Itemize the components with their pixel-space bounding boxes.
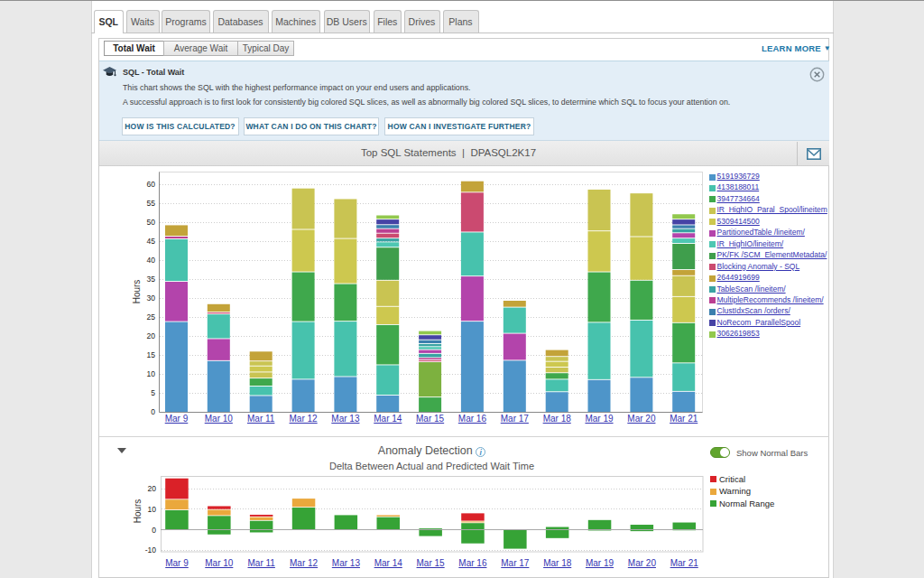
svg-text:35: 35	[147, 275, 156, 284]
svg-text:Mar 21: Mar 21	[670, 558, 699, 568]
svg-text:Mar 20: Mar 20	[627, 414, 656, 424]
svg-text:Mar 17: Mar 17	[501, 558, 530, 568]
svg-text:-10: -10	[145, 545, 157, 555]
svg-text:55: 55	[147, 199, 156, 208]
svg-text:Mar 15: Mar 15	[417, 558, 446, 568]
svg-text:5: 5	[151, 388, 155, 397]
svg-text:10: 10	[148, 505, 157, 514]
svg-text:Mar 16: Mar 16	[458, 414, 487, 424]
svg-text:50: 50	[147, 218, 156, 227]
svg-text:Mar 18: Mar 18	[543, 414, 572, 424]
svg-text:Mar 12: Mar 12	[290, 414, 319, 424]
svg-text:30: 30	[147, 294, 156, 303]
svg-text:Mar 14: Mar 14	[374, 558, 403, 568]
svg-text:Mar 13: Mar 13	[332, 558, 361, 568]
svg-text:Mar 18: Mar 18	[543, 558, 572, 568]
svg-text:60: 60	[147, 180, 156, 189]
svg-text:Mar 21: Mar 21	[670, 414, 698, 424]
svg-text:Mar 12: Mar 12	[290, 558, 319, 568]
svg-text:Mar 17: Mar 17	[501, 414, 530, 424]
svg-text:40: 40	[147, 256, 156, 265]
svg-text:20: 20	[148, 484, 157, 493]
svg-text:Mar 16: Mar 16	[458, 558, 487, 568]
svg-text:Mar 15: Mar 15	[416, 414, 445, 424]
svg-text:Mar 11: Mar 11	[248, 558, 276, 568]
svg-text:Hours: Hours	[133, 499, 143, 524]
svg-text:Mar 9: Mar 9	[165, 558, 189, 568]
svg-text:Hours: Hours	[132, 280, 142, 304]
svg-text:20: 20	[147, 331, 156, 340]
svg-text:Mar 19: Mar 19	[586, 558, 614, 568]
svg-text:Mar 10: Mar 10	[205, 414, 234, 424]
svg-text:Mar 10: Mar 10	[205, 558, 234, 568]
svg-text:Mar 20: Mar 20	[628, 558, 657, 568]
svg-text:Mar 19: Mar 19	[585, 414, 614, 424]
svg-text:0: 0	[152, 526, 156, 535]
svg-text:15: 15	[147, 350, 156, 359]
svg-text:45: 45	[147, 237, 156, 246]
svg-text:10: 10	[147, 369, 156, 378]
svg-text:Mar 13: Mar 13	[331, 414, 360, 424]
svg-text:0: 0	[151, 407, 155, 416]
svg-text:Mar 14: Mar 14	[374, 414, 402, 424]
svg-text:25: 25	[147, 312, 156, 322]
svg-text:Mar 9: Mar 9	[165, 414, 189, 424]
svg-text:Mar 11: Mar 11	[247, 414, 275, 424]
